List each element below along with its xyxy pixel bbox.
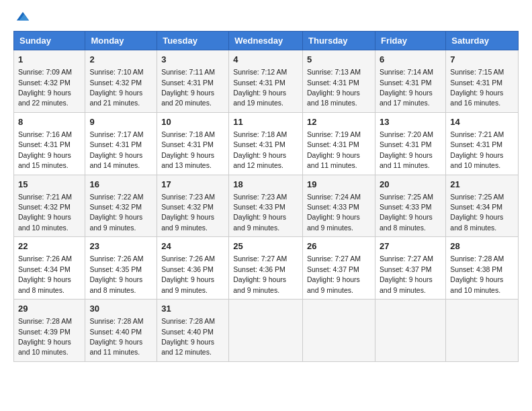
calendar-cell: 22 Sunrise: 7:26 AMSunset: 4:34 PMDaylig… [14,237,85,300]
calendar-cell: 20 Sunrise: 7:25 AMSunset: 4:33 PMDaylig… [375,175,445,237]
calendar-cell: 29 Sunrise: 7:28 AMSunset: 4:39 PMDaylig… [14,300,85,362]
weekday-header-sunday: Sunday [14,32,85,50]
day-number: 22 [18,240,81,253]
calendar-cell: 2 Sunrise: 7:10 AMSunset: 4:32 PMDayligh… [85,50,157,113]
day-number: 6 [380,54,441,66]
day-info: Sunrise: 7:27 AMSunset: 4:37 PMDaylight:… [307,255,361,293]
calendar-cell: 12 Sunrise: 7:19 AMSunset: 4:31 PMDaylig… [303,112,375,175]
day-info: Sunrise: 7:16 AMSunset: 4:31 PMDaylight:… [18,130,72,169]
day-info: Sunrise: 7:18 AMSunset: 4:31 PMDaylight:… [161,130,215,169]
calendar-cell: 21 Sunrise: 7:25 AMSunset: 4:34 PMDaylig… [446,175,519,237]
calendar-cell: 6 Sunrise: 7:14 AMSunset: 4:31 PMDayligh… [375,50,445,113]
day-number: 4 [233,54,298,66]
day-info: Sunrise: 7:25 AMSunset: 4:34 PMDaylight:… [450,193,504,232]
calendar-cell: 7 Sunrise: 7:15 AMSunset: 4:31 PMDayligh… [446,50,519,113]
calendar-cell: 26 Sunrise: 7:27 AMSunset: 4:37 PMDaylig… [303,237,375,300]
day-info: Sunrise: 7:24 AMSunset: 4:33 PMDaylight:… [307,193,361,232]
weekday-header-tuesday: Tuesday [157,32,229,50]
calendar-cell: 17 Sunrise: 7:23 AMSunset: 4:32 PMDaylig… [157,175,229,237]
day-info: Sunrise: 7:13 AMSunset: 4:31 PMDaylight:… [307,68,361,107]
day-number: 13 [380,116,441,128]
calendar-cell: 5 Sunrise: 7:13 AMSunset: 4:31 PMDayligh… [303,50,375,113]
logo-icon [15,9,30,24]
calendar-cell: 31 Sunrise: 7:28 AMSunset: 4:40 PMDaylig… [157,300,229,362]
calendar-cell: 25 Sunrise: 7:27 AMSunset: 4:36 PMDaylig… [229,237,303,300]
day-number: 23 [89,240,152,253]
calendar-cell [303,300,375,362]
day-info: Sunrise: 7:22 AMSunset: 4:32 PMDaylight:… [89,193,143,232]
day-info: Sunrise: 7:17 AMSunset: 4:31 PMDaylight:… [89,130,143,169]
header [13,11,519,24]
day-info: Sunrise: 7:09 AMSunset: 4:32 PMDaylight:… [18,68,72,107]
day-info: Sunrise: 7:26 AMSunset: 4:34 PMDaylight:… [18,255,72,293]
day-number: 31 [161,303,224,315]
day-info: Sunrise: 7:28 AMSunset: 4:40 PMDaylight:… [161,317,215,356]
day-number: 17 [161,179,224,191]
calendar-cell: 4 Sunrise: 7:12 AMSunset: 4:31 PMDayligh… [229,50,303,113]
day-number: 30 [89,303,152,315]
calendar-cell: 10 Sunrise: 7:18 AMSunset: 4:31 PMDaylig… [157,112,229,175]
day-info: Sunrise: 7:20 AMSunset: 4:31 PMDaylight:… [380,130,433,169]
weekday-header-thursday: Thursday [303,32,375,50]
day-number: 25 [233,240,298,253]
weekday-header-saturday: Saturday [446,32,519,50]
calendar-cell: 23 Sunrise: 7:26 AMSunset: 4:35 PMDaylig… [85,237,157,300]
calendar-cell: 16 Sunrise: 7:22 AMSunset: 4:32 PMDaylig… [85,175,157,237]
day-number: 26 [307,240,371,253]
day-number: 7 [450,54,514,66]
day-number: 15 [18,179,81,191]
calendar-cell: 14 Sunrise: 7:21 AMSunset: 4:31 PMDaylig… [446,112,519,175]
day-info: Sunrise: 7:27 AMSunset: 4:36 PMDaylight:… [233,255,287,293]
day-number: 27 [380,240,441,253]
day-number: 11 [233,116,298,128]
day-number: 19 [307,179,371,191]
calendar-cell [446,300,519,362]
day-info: Sunrise: 7:19 AMSunset: 4:31 PMDaylight:… [307,130,361,169]
day-info: Sunrise: 7:28 AMSunset: 4:38 PMDaylight:… [450,255,504,293]
calendar-cell [229,300,303,362]
calendar-cell: 11 Sunrise: 7:18 AMSunset: 4:31 PMDaylig… [229,112,303,175]
day-number: 8 [18,116,81,128]
day-number: 21 [450,179,514,191]
day-info: Sunrise: 7:15 AMSunset: 4:31 PMDaylight:… [450,68,504,107]
day-number: 14 [450,116,514,128]
day-number: 12 [307,116,371,128]
day-number: 9 [89,116,152,128]
calendar-cell: 1 Sunrise: 7:09 AMSunset: 4:32 PMDayligh… [14,50,85,113]
day-info: Sunrise: 7:27 AMSunset: 4:37 PMDaylight:… [380,255,433,293]
day-info: Sunrise: 7:23 AMSunset: 4:32 PMDaylight:… [161,193,215,232]
day-number: 28 [450,240,514,253]
day-number: 20 [380,179,441,191]
day-number: 2 [89,54,152,66]
day-number: 5 [307,54,371,66]
calendar-cell: 30 Sunrise: 7:28 AMSunset: 4:40 PMDaylig… [85,300,157,362]
calendar-cell: 18 Sunrise: 7:23 AMSunset: 4:33 PMDaylig… [229,175,303,237]
logo [13,11,30,24]
day-info: Sunrise: 7:18 AMSunset: 4:31 PMDaylight:… [233,130,287,169]
day-number: 10 [161,116,224,128]
calendar-cell [375,300,445,362]
day-info: Sunrise: 7:11 AMSunset: 4:31 PMDaylight:… [161,68,215,107]
weekday-header-friday: Friday [375,32,445,50]
day-info: Sunrise: 7:26 AMSunset: 4:35 PMDaylight:… [89,255,143,293]
day-info: Sunrise: 7:28 AMSunset: 4:39 PMDaylight:… [18,317,72,356]
calendar-cell: 3 Sunrise: 7:11 AMSunset: 4:31 PMDayligh… [157,50,229,113]
day-info: Sunrise: 7:28 AMSunset: 4:40 PMDaylight:… [89,317,143,356]
calendar-cell: 13 Sunrise: 7:20 AMSunset: 4:31 PMDaylig… [375,112,445,175]
calendar-cell: 28 Sunrise: 7:28 AMSunset: 4:38 PMDaylig… [446,237,519,300]
calendar-cell: 15 Sunrise: 7:21 AMSunset: 4:32 PMDaylig… [14,175,85,237]
day-info: Sunrise: 7:14 AMSunset: 4:31 PMDaylight:… [380,68,433,107]
day-number: 1 [18,54,81,66]
weekday-header-wednesday: Wednesday [229,32,303,50]
day-info: Sunrise: 7:10 AMSunset: 4:32 PMDaylight:… [89,68,143,107]
day-info: Sunrise: 7:26 AMSunset: 4:36 PMDaylight:… [161,255,215,293]
day-info: Sunrise: 7:23 AMSunset: 4:33 PMDaylight:… [233,193,287,232]
day-number: 24 [161,240,224,253]
page: SundayMondayTuesdayWednesdayThursdayFrid… [0,0,532,411]
day-number: 16 [89,179,152,191]
day-number: 3 [161,54,224,66]
calendar-table: SundayMondayTuesdayWednesdayThursdayFrid… [13,31,519,362]
weekday-header-monday: Monday [85,32,157,50]
calendar-cell: 27 Sunrise: 7:27 AMSunset: 4:37 PMDaylig… [375,237,445,300]
day-info: Sunrise: 7:21 AMSunset: 4:31 PMDaylight:… [450,130,504,169]
